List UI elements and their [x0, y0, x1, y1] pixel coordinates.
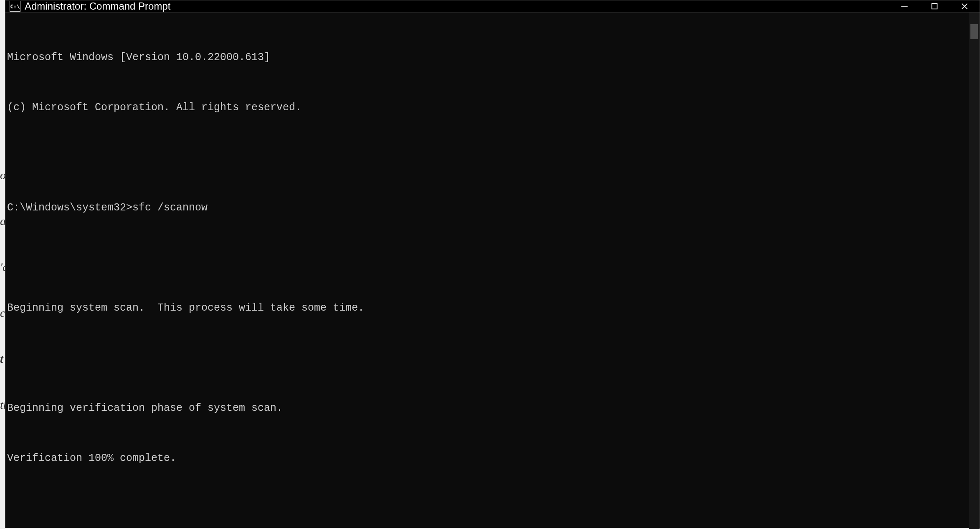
vertical-scrollbar[interactable] — [969, 13, 980, 529]
window-titlebar[interactable]: C:\ Administrator: Command Prompt — [5, 0, 980, 13]
minimize-button[interactable] — [889, 0, 919, 12]
scrollbar-thumb[interactable] — [970, 24, 978, 39]
terminal-line — [7, 250, 969, 266]
maximize-icon — [931, 3, 938, 10]
terminal-line: Beginning verification phase of system s… — [7, 400, 969, 417]
command-prompt-icon: C:\ — [10, 1, 20, 12]
terminal-line: (c) Microsoft Corporation. All rights re… — [7, 99, 969, 116]
terminal-line: C:\Windows\system32>sfc /scannow — [7, 200, 969, 216]
terminal-area[interactable]: Microsoft Windows [Version 10.0.22000.61… — [5, 13, 980, 529]
terminal-line — [7, 500, 969, 517]
terminal-line: Verification 100% complete. — [7, 450, 969, 467]
close-icon — [961, 3, 968, 10]
maximize-button[interactable] — [919, 0, 950, 12]
titlebar-left-group: C:\ Administrator: Command Prompt — [10, 0, 170, 12]
window-title: Administrator: Command Prompt — [25, 0, 170, 12]
terminal-content[interactable]: Microsoft Windows [Version 10.0.22000.61… — [5, 13, 969, 529]
minimize-icon — [901, 3, 908, 10]
terminal-line — [7, 149, 969, 166]
terminal-line: Microsoft Windows [Version 10.0.22000.61… — [7, 49, 969, 66]
window-controls-group — [889, 0, 980, 12]
svg-rect-1 — [932, 4, 937, 9]
command-prompt-window: C:\ Administrator: Command Prompt Micros… — [5, 0, 980, 528]
terminal-line — [7, 350, 969, 367]
terminal-line: Beginning system scan. This process will… — [7, 300, 969, 316]
close-button[interactable] — [950, 0, 980, 12]
